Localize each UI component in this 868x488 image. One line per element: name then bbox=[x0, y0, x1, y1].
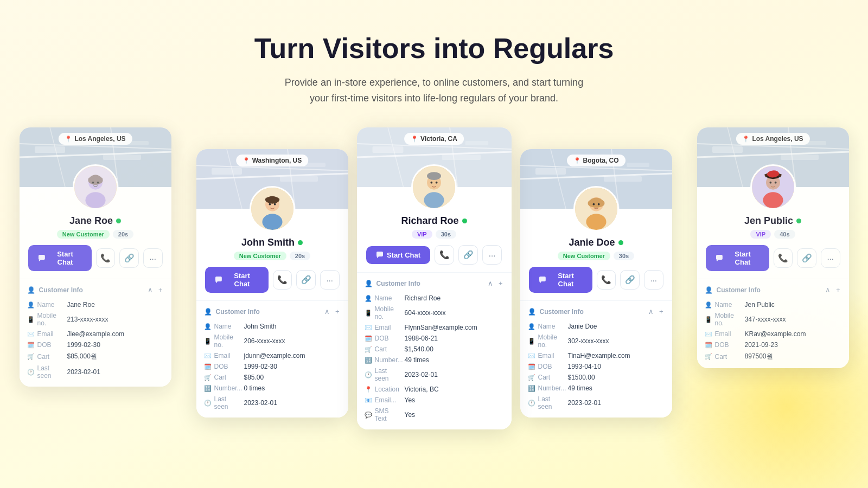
hash-icon: 🔢 bbox=[204, 385, 212, 392]
ci-title-row-jane-roe: 👤 Customer Info bbox=[27, 286, 83, 294]
link-button-jen-public[interactable]: 🔗 bbox=[797, 248, 816, 268]
card-location-jen-public: 📍 Los Angeles, US bbox=[736, 133, 809, 145]
badges-janie-doe: New Customer30s bbox=[529, 252, 663, 260]
ci-actions-richard-roe: ∧ + bbox=[487, 278, 504, 288]
svg-rect-49 bbox=[604, 176, 642, 182]
ci-collapse-btn-richard-roe[interactable]: ∧ bbox=[487, 278, 494, 288]
email-icon: ✉️ bbox=[528, 352, 535, 359]
ci-collapse-btn-john-smith[interactable]: ∧ bbox=[323, 306, 331, 317]
cart-icon: 🛒 bbox=[27, 353, 35, 360]
avatar-jen-public bbox=[750, 164, 796, 210]
pin-icon: 📍 bbox=[573, 157, 581, 164]
ci-title-row-jen-public: 👤 Customer Info bbox=[705, 286, 761, 294]
chat-icon bbox=[376, 251, 384, 259]
ci-mobile-row: 📱Mobile no. 604-xxxx-xxxx bbox=[365, 304, 504, 322]
start-chat-button-richard-roe[interactable]: Start Chat bbox=[366, 246, 430, 264]
clock-icon: 🕐 bbox=[204, 400, 212, 407]
customer-info-janie-doe: 👤 Customer Info ∧ + 👤Name Janie Doe 📱Mob… bbox=[520, 300, 672, 418]
badge-gray: 40s bbox=[774, 230, 795, 239]
ci-emailopt-row: 📧Email... Yes bbox=[365, 395, 504, 406]
phone-button-jen-public[interactable]: 📞 bbox=[774, 248, 793, 268]
more-button-jane-roe[interactable]: ··· bbox=[143, 248, 163, 268]
phone-icon: 📱 bbox=[365, 310, 372, 317]
ci-add-btn-jane-roe[interactable]: + bbox=[157, 285, 164, 295]
badge-green: New Customer bbox=[57, 230, 110, 239]
badge-gray: 30s bbox=[436, 230, 456, 239]
clock-icon: 🕐 bbox=[27, 369, 35, 376]
badge-gray: 20s bbox=[290, 252, 310, 260]
card-location-janie-doe: 📍 Bogota, CO bbox=[567, 155, 626, 166]
link-button-john-smith[interactable]: 🔗 bbox=[296, 270, 316, 290]
badge-green: New Customer bbox=[234, 252, 286, 260]
ci-mobile-row: 📱Mobile no. 206-xxxx-xxxx bbox=[204, 332, 341, 350]
ci-header-janie-doe: 👤 Customer Info ∧ + bbox=[528, 306, 665, 317]
ci-collapse-btn-jane-roe[interactable]: ∧ bbox=[146, 285, 154, 295]
ci-add-btn-jen-public[interactable]: + bbox=[835, 285, 841, 295]
link-button-jane-roe[interactable]: 🔗 bbox=[119, 248, 139, 268]
link-button-richard-roe[interactable]: 🔗 bbox=[458, 245, 478, 265]
start-chat-button-john-smith[interactable]: Start Chat bbox=[205, 267, 269, 293]
ci-dob-row: 🗓️DOB 1988-06-21 bbox=[365, 333, 504, 344]
avatar-jane-roe bbox=[73, 164, 118, 210]
phone-button-richard-roe[interactable]: 📞 bbox=[435, 245, 454, 265]
cart-icon: 🛒 bbox=[705, 353, 712, 360]
ci-numbers-row: 🔢Number... 0 times bbox=[204, 383, 341, 394]
badge-gray: 30s bbox=[614, 252, 634, 260]
svg-rect-35 bbox=[465, 141, 488, 145]
start-chat-button-janie-doe[interactable]: Start Chat bbox=[529, 267, 592, 293]
ci-title-row-john-smith: 👤 Customer Info bbox=[204, 308, 260, 316]
svg-rect-20 bbox=[280, 176, 318, 182]
ui-card-john-smith: 📍 Washington, US John Smith bbox=[196, 149, 348, 418]
hash-icon: 🔢 bbox=[365, 357, 372, 364]
svg-point-10 bbox=[85, 192, 105, 209]
start-chat-button-jane-roe[interactable]: Start Chat bbox=[28, 245, 92, 271]
start-chat-button-jen-public[interactable]: Start Chat bbox=[706, 245, 769, 271]
action-row-jen-public: Start Chat 📞 🔗 ··· bbox=[706, 245, 840, 271]
badge-green: New Customer bbox=[558, 252, 610, 260]
user-icon: 👤 bbox=[365, 295, 372, 302]
phone-button-jane-roe[interactable]: 📞 bbox=[96, 248, 116, 268]
action-row-janie-doe: Start Chat 📞 🔗 ··· bbox=[529, 267, 663, 293]
svg-point-38 bbox=[424, 192, 444, 209]
ci-add-btn-janie-doe[interactable]: + bbox=[658, 306, 665, 317]
email2-icon: 📧 bbox=[365, 397, 372, 404]
ci-email-row: ✉️Email FlynnSan@example.com bbox=[365, 322, 504, 333]
more-button-janie-doe[interactable]: ··· bbox=[644, 270, 663, 290]
link-button-janie-doe[interactable]: 🔗 bbox=[620, 270, 640, 290]
more-button-richard-roe[interactable]: ··· bbox=[482, 245, 502, 265]
ci-person-icon: 👤 bbox=[27, 286, 35, 294]
ci-collapse-btn-janie-doe[interactable]: ∧ bbox=[647, 306, 655, 317]
ci-person-icon: 👤 bbox=[528, 308, 536, 316]
phone-icon: 📱 bbox=[204, 338, 212, 345]
card-avatar-wrap-richard-roe bbox=[357, 164, 512, 210]
customer-info-jen-public: 👤 Customer Info ∧ + 👤Name Jen Public 📱Mo… bbox=[697, 279, 849, 368]
ci-lastseen-row: 🕐Last seen 2023-02-01 bbox=[528, 394, 665, 412]
phone-button-john-smith[interactable]: 📞 bbox=[273, 270, 292, 290]
ci-add-btn-john-smith[interactable]: + bbox=[334, 306, 341, 317]
email-icon: ✉️ bbox=[27, 331, 35, 338]
user-icon: 👤 bbox=[528, 323, 535, 330]
card-avatar-wrap-jane-roe bbox=[20, 164, 171, 210]
svg-point-12 bbox=[97, 182, 99, 184]
ci-add-btn-richard-roe[interactable]: + bbox=[497, 278, 504, 288]
ci-collapse-btn-jen-public[interactable]: ∧ bbox=[824, 285, 832, 295]
svg-rect-56 bbox=[539, 277, 545, 281]
ci-numbers-row: 🔢Number... 49 times bbox=[365, 355, 504, 365]
card-name-row-john-smith: John Smith bbox=[205, 237, 340, 248]
card-location-john-smith: 📍 Washington, US bbox=[236, 155, 309, 166]
email-icon: ✉️ bbox=[365, 324, 372, 331]
email-icon: ✉️ bbox=[705, 331, 712, 338]
svg-point-24 bbox=[262, 214, 282, 230]
phone-icon: 📱 bbox=[705, 316, 712, 323]
customer-info-john-smith: 👤 Customer Info ∧ + 👤Name John Smith 📱Mo… bbox=[196, 300, 348, 418]
cart-icon: 🛒 bbox=[204, 374, 212, 381]
more-button-john-smith[interactable]: ··· bbox=[320, 270, 340, 290]
online-indicator-jane-roe bbox=[116, 219, 121, 223]
hero-subtitle: Provide an in-store experience, to onlin… bbox=[250, 75, 618, 106]
ci-email-row: ✉️Email TinaH@example.com bbox=[528, 350, 665, 361]
svg-rect-71 bbox=[716, 255, 722, 260]
cart-icon: 🛒 bbox=[528, 374, 535, 381]
phone-button-janie-doe[interactable]: 📞 bbox=[597, 270, 616, 290]
more-button-jen-public[interactable]: ··· bbox=[821, 248, 840, 268]
pin-icon: 📍 bbox=[411, 136, 418, 143]
